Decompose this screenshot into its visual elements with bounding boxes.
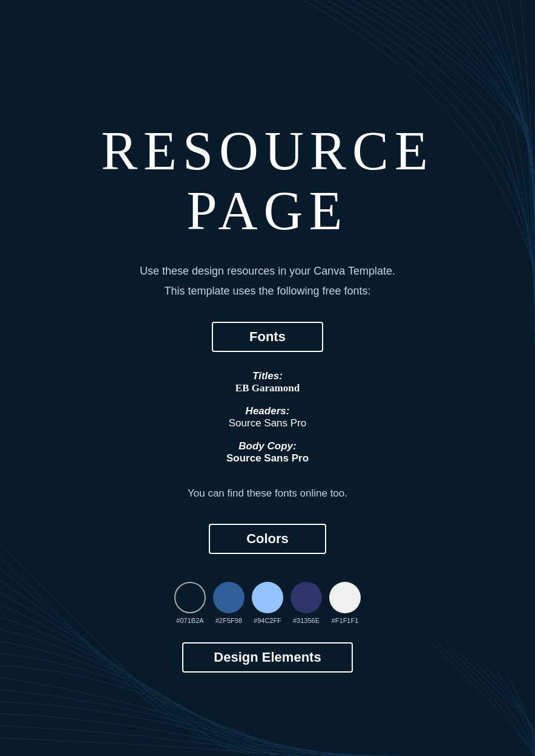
font-entries: Titles: EB Garamond Headers: Source Sans…	[226, 370, 309, 475]
font-entry-body: Body Copy: Source Sans Pro	[226, 440, 309, 464]
design-elements-box: Design Elements	[182, 642, 352, 673]
description-line2: This template uses the following free fo…	[164, 285, 370, 298]
font-name-body: Source Sans Pro	[226, 452, 309, 464]
page-content: RESOURCE PAGE Use these design resources…	[0, 0, 535, 673]
color-label-dark: #071B2A	[176, 617, 203, 624]
font-name-headers: Source Sans Pro	[226, 417, 309, 429]
fonts-section-box: Fonts	[212, 322, 323, 352]
colors-section-label: Colors	[246, 531, 289, 546]
font-entry-headers: Headers: Source Sans Pro	[226, 405, 309, 429]
color-circle-dark	[174, 582, 206, 613]
color-label-white: #F1F1F1	[332, 617, 359, 624]
color-label-blue: #2F5F98	[215, 617, 242, 624]
color-label-lightblue: #94C2FF	[254, 617, 281, 624]
description-line1: Use these design resources in your Canva…	[140, 265, 395, 278]
swatch-purple: #31356E	[290, 582, 322, 624]
font-role-titles: Titles:	[226, 370, 309, 382]
color-swatches: #071B2A #2F5F98 #94C2FF #31356E #F1F1F1	[174, 582, 361, 624]
font-role-headers: Headers:	[226, 405, 309, 417]
colors-section-box: Colors	[209, 524, 326, 554]
fonts-section-label: Fonts	[249, 329, 286, 344]
color-circle-white	[329, 582, 361, 613]
font-entry-titles: Titles: EB Garamond	[226, 370, 309, 394]
color-circle-lightblue	[252, 582, 283, 613]
swatch-lightblue: #94C2FF	[252, 582, 283, 624]
swatch-blue: #2F5F98	[213, 582, 245, 624]
swatch-dark: #071B2A	[174, 582, 206, 624]
color-circle-purple	[290, 582, 322, 613]
find-fonts-text: You can find these fonts online too.	[188, 487, 347, 500]
font-name-eb-garamond: EB Garamond	[226, 382, 309, 394]
swatch-white: #F1F1F1	[329, 582, 361, 624]
design-elements-label: Design Elements	[214, 650, 321, 665]
color-label-purple: #31356E	[293, 617, 320, 624]
color-circle-blue	[213, 582, 245, 613]
page-title: RESOURCE PAGE	[101, 121, 434, 241]
font-role-body: Body Copy:	[226, 440, 309, 452]
